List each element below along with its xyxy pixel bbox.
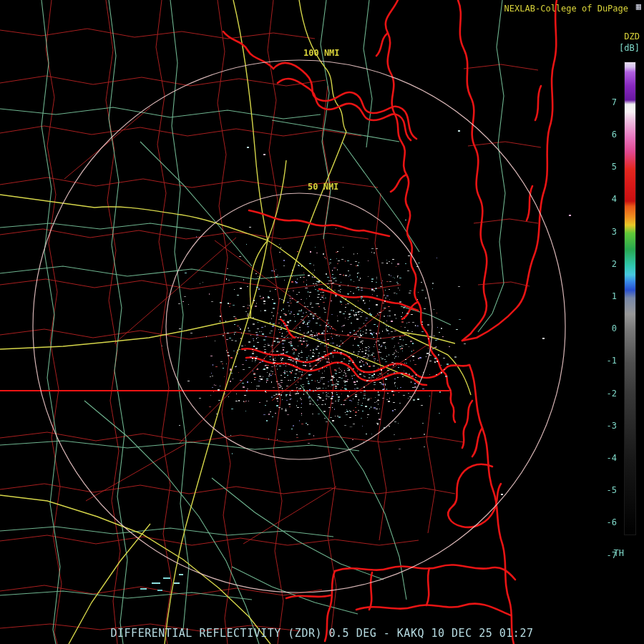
- color-scale-tick: 2: [598, 260, 617, 268]
- color-scale-tick: 3: [598, 228, 617, 236]
- color-scale-gradient-bar: [624, 62, 636, 535]
- color-scale-tick: -1: [598, 356, 617, 365]
- color-scale-tick: 7: [598, 98, 617, 107]
- color-scale-tick: -5: [598, 486, 617, 494]
- color-scale: DZD [dB] 7 6 5 4 3 2 1 0 -1 -2 -3 -4 -5 …: [598, 31, 641, 561]
- color-scale-tick: -2: [598, 389, 617, 398]
- color-scale-tick: -3: [598, 421, 617, 430]
- range-ring-label-100nmi: 100 NMI: [303, 48, 340, 58]
- cod-logo-icon: ▦: [636, 1, 641, 11]
- color-scale-tick: 5: [598, 162, 617, 171]
- color-scale-threshold-label: TH: [614, 548, 624, 558]
- color-scale-units-label: [dB]: [619, 43, 640, 53]
- product-caption: DIFFERENTIAL REFLECTIVITY (ZDR) 0.5 DEG …: [0, 627, 644, 640]
- color-scale-tick: -6: [598, 518, 617, 527]
- radar-echo-canvas: [0, 0, 644, 644]
- color-scale-tick: 6: [598, 130, 617, 139]
- color-scale-tick: 1: [598, 292, 617, 301]
- brand-label: NEXLAB-College of DuPage: [504, 4, 628, 14]
- color-scale-product-label: DZD: [624, 31, 640, 42]
- radar-display: NEXLAB-College of DuPage ▦ 100 NMI 50 NM…: [0, 0, 644, 644]
- color-scale-tick: 4: [598, 195, 617, 203]
- color-scale-tick: 0: [598, 324, 617, 333]
- range-ring-label-50nmi: 50 NMI: [308, 182, 338, 192]
- color-scale-tick: -4: [598, 454, 617, 462]
